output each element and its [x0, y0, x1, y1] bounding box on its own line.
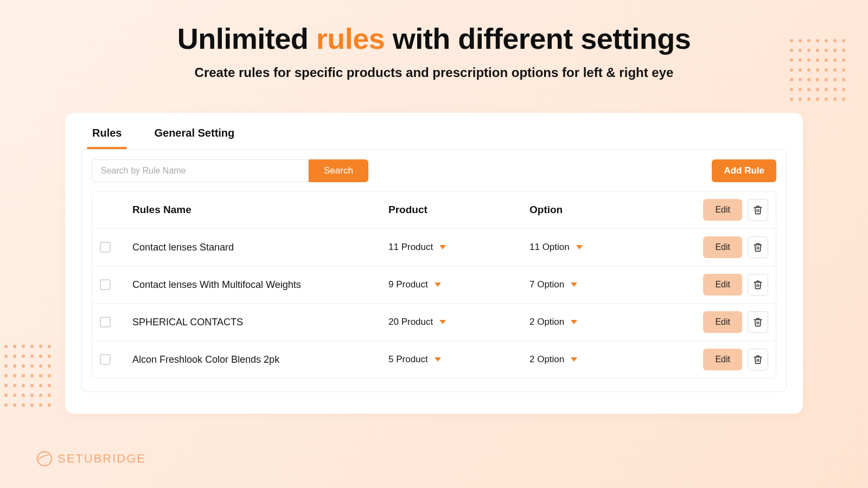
search-group: Search	[92, 159, 368, 182]
rule-name: SPHERICAL CONTACTS	[132, 317, 388, 328]
chevron-down-icon[interactable]	[435, 282, 441, 287]
rules-panel: Rules General Setting Search Add Rule Ru…	[65, 113, 803, 414]
col-rules-name: Rules Name	[132, 204, 388, 216]
edit-button[interactable]: Edit	[703, 311, 742, 333]
col-product: Product	[388, 204, 529, 216]
delete-button[interactable]	[748, 236, 768, 258]
col-option: Option	[529, 204, 671, 216]
product-count: 5 Product	[388, 354, 529, 365]
delete-button[interactable]	[748, 274, 768, 296]
brand-icon	[37, 451, 52, 466]
rule-name: Alcon Freshlook Color Blends 2pk	[132, 354, 388, 365]
table-header: Rules Name Product Option Edit	[92, 191, 776, 229]
tab-rules[interactable]: Rules	[92, 127, 122, 149]
product-count: 20 Product	[388, 317, 529, 328]
delete-button[interactable]	[748, 349, 768, 370]
edit-button[interactable]: Edit	[703, 199, 742, 221]
rule-name: Contact lenses Stanard	[132, 242, 388, 253]
product-count: 11 Product	[388, 242, 529, 253]
delete-button[interactable]	[748, 311, 768, 333]
search-input[interactable]	[92, 159, 309, 182]
edit-button[interactable]: Edit	[703, 274, 742, 296]
tab-general-setting[interactable]: General Setting	[154, 127, 234, 149]
edit-button[interactable]: Edit	[703, 236, 742, 258]
rules-content: Search Add Rule Rules Name Product Optio…	[81, 149, 787, 392]
brand-logo: SETUBRIDGE	[37, 451, 146, 466]
row-actions: Edit	[671, 274, 768, 296]
row-checkbox[interactable]	[100, 279, 111, 290]
add-rule-button[interactable]: Add Rule	[712, 159, 776, 182]
option-count: 11 Option	[529, 242, 671, 253]
trash-icon	[753, 205, 763, 215]
row-checkbox[interactable]	[100, 354, 111, 365]
chevron-down-icon[interactable]	[439, 245, 446, 249]
rules-table: Rules Name Product Option Edit Contact l…	[92, 191, 776, 378]
page-subtitle: Create rules for specific products and p…	[0, 65, 868, 80]
chevron-down-icon[interactable]	[571, 320, 577, 324]
chevron-down-icon[interactable]	[435, 357, 441, 362]
decoration-dots-top-right	[790, 39, 845, 101]
option-count: 2 Option	[529, 354, 671, 365]
chevron-down-icon[interactable]	[576, 245, 583, 249]
product-count: 9 Product	[388, 279, 529, 290]
row-checkbox[interactable]	[100, 317, 111, 328]
row-actions: Edit	[671, 349, 768, 370]
table-row: SPHERICAL CONTACTS 20 Product 2 Option E…	[92, 304, 776, 341]
table-row: Contact lenses With Multifocal Weights 9…	[92, 266, 776, 304]
toolbar: Search Add Rule	[92, 159, 776, 182]
search-button[interactable]: Search	[309, 159, 368, 182]
tab-bar: Rules General Setting	[81, 127, 787, 149]
decoration-dots-bottom-left	[4, 345, 51, 407]
edit-button[interactable]: Edit	[703, 349, 742, 370]
chevron-down-icon[interactable]	[571, 357, 577, 362]
chevron-down-icon[interactable]	[571, 282, 577, 287]
brand-text: SETUBRIDGE	[58, 452, 146, 466]
trash-icon	[753, 355, 763, 364]
option-count: 7 Option	[529, 279, 671, 290]
page-title: Unlimited rules with different settings	[0, 0, 868, 55]
table-row: Contact lenses Stanard 11 Product 11 Opt…	[92, 229, 776, 266]
rule-name: Contact lenses With Multifocal Weights	[132, 279, 388, 291]
trash-icon	[753, 317, 763, 327]
row-actions: Edit	[671, 236, 768, 258]
trash-icon	[753, 280, 763, 290]
header-actions: Edit	[671, 199, 768, 221]
chevron-down-icon[interactable]	[439, 320, 446, 324]
delete-button[interactable]	[748, 199, 768, 221]
row-checkbox[interactable]	[100, 242, 111, 253]
trash-icon	[753, 242, 763, 252]
row-actions: Edit	[671, 311, 768, 333]
option-count: 2 Option	[529, 317, 671, 328]
table-row: Alcon Freshlook Color Blends 2pk 5 Produ…	[92, 341, 776, 378]
